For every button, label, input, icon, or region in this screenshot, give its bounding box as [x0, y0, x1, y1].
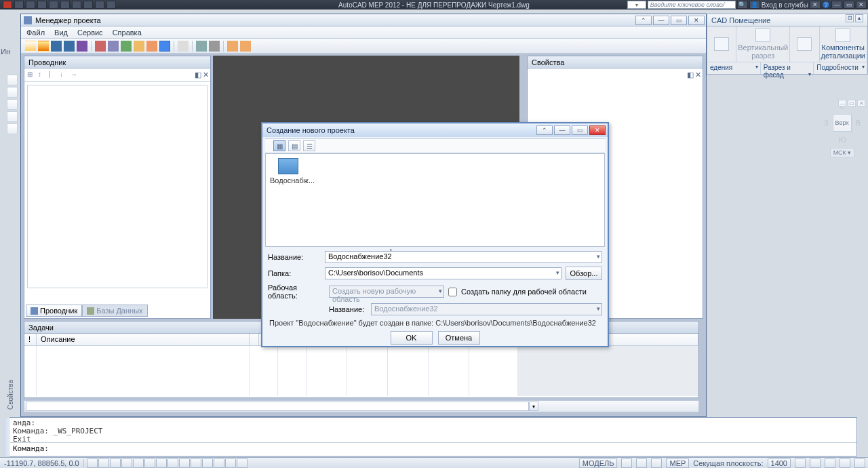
- viewcube[interactable]: Верх: [833, 114, 852, 132]
- tasks-col-3[interactable]: [250, 334, 259, 345]
- pm-minimize-icon[interactable]: —: [653, 16, 669, 25]
- tb-publish-icon[interactable]: [77, 41, 87, 52]
- infocenter-arrow[interactable]: ▾: [627, 1, 646, 9]
- ribbon-panel-section-info[interactable]: едения: [707, 62, 761, 74]
- signin-label[interactable]: Вход в службы: [762, 1, 808, 9]
- explorer-tab-explorer[interactable]: Проводник: [26, 305, 82, 317]
- browse-button[interactable]: Обзор...: [566, 267, 602, 280]
- exchange-icon[interactable]: ✕: [810, 1, 821, 9]
- search-icon[interactable]: 🔍: [737, 1, 748, 9]
- wcs-dropdown[interactable]: МСК ▾: [830, 148, 855, 157]
- view-large-icons-icon[interactable]: ▦: [273, 140, 285, 151]
- command-window-handle[interactable]: [3, 418, 10, 456]
- ribbon-item-1[interactable]: [707, 26, 736, 62]
- ribbon-pin-icon[interactable]: ⊟: [846, 14, 854, 22]
- dialog-close-icon[interactable]: ✕: [589, 125, 606, 135]
- tb-open-icon[interactable]: [38, 41, 49, 52]
- left-tool-4[interactable]: [7, 111, 18, 122]
- window-minimize-icon[interactable]: —: [831, 1, 842, 9]
- ribbon-item-detail-components[interactable]: Компоненты детализации: [820, 26, 868, 62]
- ribbon-panel-section-elev[interactable]: Разрез и фасад: [761, 62, 814, 74]
- tb-tool-icon[interactable]: [209, 41, 220, 52]
- tb-link-icon[interactable]: [196, 41, 207, 52]
- sb-r1-icon[interactable]: [621, 459, 632, 468]
- menu-help[interactable]: Справка: [113, 28, 142, 37]
- tb-new-icon[interactable]: [25, 41, 36, 52]
- search-input[interactable]: Введите ключевое слово/фразу: [648, 1, 736, 9]
- qat-undo-icon[interactable]: [72, 1, 81, 9]
- sb-grid-icon[interactable]: [98, 459, 109, 468]
- explorer-header[interactable]: Проводник ◧✕: [24, 56, 210, 69]
- command-input[interactable]: Команда:: [10, 442, 856, 454]
- qat-new-icon[interactable]: [14, 1, 24, 9]
- help-icon[interactable]: ?: [822, 1, 830, 9]
- dialog-titlebar[interactable]: Создание нового проекта ⌃ — ▭ ✕: [262, 123, 608, 137]
- ribbon-panel-details[interactable]: Подробности: [814, 62, 867, 74]
- cancel-button[interactable]: Отмена: [438, 331, 480, 345]
- viewport-close-icon[interactable]: ✕: [857, 100, 865, 106]
- property-dropdown-arrow[interactable]: ▾: [529, 402, 538, 411]
- menu-file[interactable]: Файл: [26, 28, 45, 37]
- left-tool-2[interactable]: [7, 87, 18, 98]
- viewport-max-icon[interactable]: ▭: [848, 100, 856, 106]
- project-name-input[interactable]: Водоснабжение32: [325, 251, 602, 263]
- sb-e1-icon[interactable]: [795, 459, 806, 468]
- sb-snap-icon[interactable]: [87, 459, 98, 468]
- menu-service[interactable]: Сервис: [77, 28, 103, 37]
- tb-box2-icon[interactable]: [240, 41, 251, 52]
- dialog-minimize-icon[interactable]: —: [554, 125, 570, 135]
- sb-ducs-icon[interactable]: [167, 459, 178, 468]
- template-browser[interactable]: Водоснабж...: [265, 153, 605, 247]
- sb-qp-icon[interactable]: [214, 459, 224, 468]
- etb-icon-3[interactable]: |: [49, 71, 58, 80]
- window-restore-icon[interactable]: ▭: [844, 1, 854, 9]
- pm-maximize-icon[interactable]: ▭: [671, 16, 687, 25]
- dialog-maidmize-icon[interactable]: ▭: [572, 125, 588, 135]
- props-pin-icon[interactable]: ◧: [687, 69, 694, 81]
- window-close-icon[interactable]: ✕: [856, 1, 867, 9]
- qat-open-icon[interactable]: [26, 1, 35, 9]
- tb-sheet-icon[interactable]: [108, 41, 119, 52]
- app-menu-icon[interactable]: [3, 1, 12, 9]
- view-list-icon[interactable]: ☰: [303, 140, 315, 151]
- menu-view[interactable]: Вид: [54, 28, 68, 37]
- left-tool-3[interactable]: [7, 99, 18, 110]
- model-button[interactable]: МОДЕЛЬ: [579, 459, 618, 468]
- tb-drawing-icon[interactable]: [95, 41, 106, 52]
- create-folder-checkbox[interactable]: [448, 288, 457, 296]
- sb-3dosnap-icon[interactable]: [144, 459, 155, 468]
- tb-globe-icon[interactable]: [121, 41, 132, 52]
- qat-print-icon[interactable]: [60, 1, 70, 9]
- template-folder-item[interactable]: Водоснабж...: [270, 158, 307, 184]
- cutting-plane-value[interactable]: 1400: [768, 459, 791, 468]
- sb-r3-icon[interactable]: [651, 459, 662, 468]
- qat-saveas-icon[interactable]: [49, 1, 58, 9]
- mep-button[interactable]: MEP: [666, 459, 689, 468]
- qat-save-icon[interactable]: [37, 1, 47, 9]
- qat-dropdown-icon[interactable]: [106, 1, 116, 9]
- sb-lwt-icon[interactable]: [191, 459, 201, 468]
- sb-polar-icon[interactable]: [121, 459, 132, 468]
- sb-e3-icon[interactable]: [825, 459, 835, 468]
- tasks-col-flag[interactable]: !: [24, 334, 37, 345]
- sb-otrack-icon[interactable]: [156, 459, 167, 468]
- explorer-close-icon[interactable]: ✕: [203, 69, 209, 81]
- ribbon-arrow-icon[interactable]: ▴: [855, 14, 863, 22]
- view-small-icons-icon[interactable]: ▤: [288, 140, 300, 151]
- sb-dyn-icon[interactable]: [179, 459, 190, 468]
- left-tool-5[interactable]: [7, 123, 18, 134]
- sb-e5-icon[interactable]: [854, 459, 865, 468]
- props-close-icon[interactable]: ✕: [695, 69, 701, 81]
- tb-save-icon[interactable]: [51, 41, 62, 52]
- left-tool-1[interactable]: [7, 75, 18, 85]
- etb-icon-5[interactable]: →: [71, 71, 80, 80]
- explorer-tab-databases[interactable]: Базы Данных: [82, 305, 147, 317]
- sb-tpy-icon[interactable]: [202, 459, 213, 468]
- tasks-col-desc[interactable]: Описание: [37, 334, 250, 345]
- qat-more-icon[interactable]: [95, 1, 104, 9]
- sb-e4-icon[interactable]: [840, 459, 850, 468]
- tb-grid-icon[interactable]: [159, 41, 170, 52]
- etb-icon-2[interactable]: ↕: [38, 71, 47, 80]
- etb-icon-1[interactable]: ⊞: [27, 71, 37, 80]
- tb-cube-icon[interactable]: [146, 41, 157, 52]
